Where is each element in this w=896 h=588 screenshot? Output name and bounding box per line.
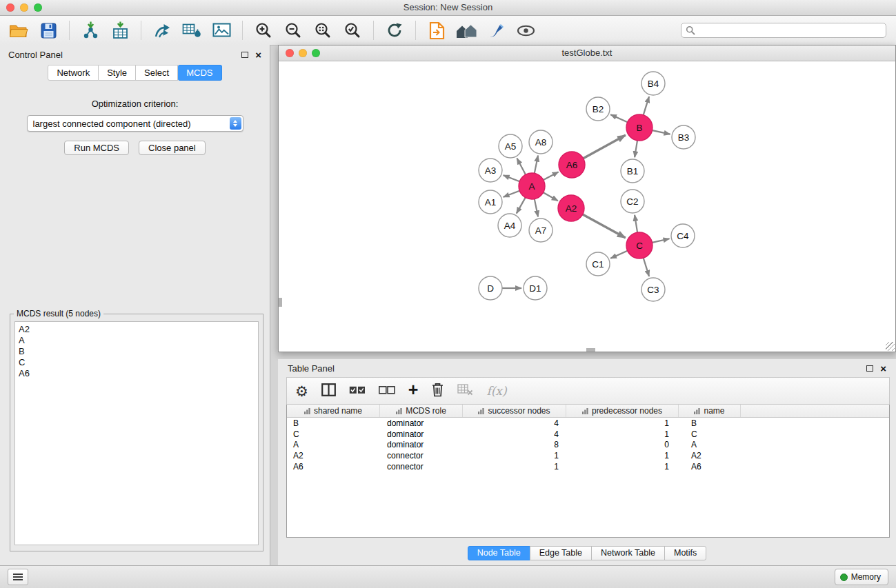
graph-node-C3[interactable]: C3 — [641, 278, 665, 301]
graph-node-C[interactable]: C — [626, 232, 653, 258]
export-network-button[interactable] — [150, 19, 174, 41]
network-close-button[interactable] — [286, 49, 294, 57]
graph-node-B1[interactable]: B1 — [621, 159, 644, 183]
graph-edge-C-C1[interactable] — [610, 251, 628, 258]
add-column-button[interactable]: + — [408, 381, 419, 398]
graph-node-C4[interactable]: C4 — [671, 224, 695, 247]
graph-edge-A-A6[interactable] — [544, 172, 559, 180]
graph-node-A5[interactable]: A5 — [499, 134, 522, 158]
column-header-predecessor-nodes[interactable]: predecessor nodes — [566, 405, 679, 417]
graph-node-A[interactable]: A — [519, 173, 545, 199]
tab-edge-table[interactable]: Edge Table — [530, 546, 592, 560]
delete-table-button-disabled[interactable] — [457, 384, 473, 398]
tab-network-table[interactable]: Network Table — [591, 546, 665, 560]
save-session-button[interactable] — [37, 19, 60, 41]
graph-edge-C-C2[interactable] — [635, 215, 637, 232]
mcds-result-item[interactable]: B — [15, 346, 258, 357]
graph-node-B2[interactable]: B2 — [586, 97, 610, 121]
graph-edge-A-A5[interactable] — [517, 159, 526, 175]
export-image-button[interactable] — [210, 19, 233, 41]
network-zoom-button[interactable] — [312, 49, 320, 57]
graph-node-C2[interactable]: C2 — [621, 190, 644, 213]
graph-node-A4[interactable]: A4 — [498, 214, 521, 237]
tab-node-table[interactable]: Node Table — [468, 546, 530, 560]
show-columns-button[interactable] — [321, 383, 336, 399]
graph-edge-A-A7[interactable] — [535, 199, 538, 217]
graph-edge-C-C4[interactable] — [653, 239, 670, 243]
search-field[interactable] — [681, 23, 886, 38]
first-neighbors-button[interactable] — [425, 19, 448, 41]
open-session-button[interactable] — [7, 19, 30, 41]
network-canvas[interactable]: B4B2BB3A8A5A6A3B1AC2A1A2A4A7C4CC1C3DD1 — [279, 61, 895, 352]
close-panel-button[interactable]: Close panel — [139, 141, 206, 155]
network-minimize-button[interactable] — [299, 49, 307, 57]
graph-edge-A6-B[interactable] — [584, 135, 626, 159]
tab-select[interactable]: Select — [136, 65, 178, 81]
graph-node-C1[interactable]: C1 — [586, 252, 610, 276]
table-row[interactable]: Adominator80A — [287, 440, 889, 451]
function-builder-button-disabled[interactable]: f(x) — [486, 384, 506, 398]
delete-column-button[interactable] — [431, 382, 444, 400]
graph-edge-A-A2[interactable] — [544, 192, 558, 201]
export-table-button[interactable] — [180, 19, 203, 41]
table-settings-button[interactable]: ⚙ — [295, 384, 308, 398]
task-history-button[interactable] — [8, 569, 28, 585]
column-header-MCDS-role[interactable]: MCDS role — [380, 405, 463, 417]
graph-edge-B-B3[interactable] — [653, 130, 670, 134]
select-all-columns-button[interactable] — [349, 385, 366, 397]
mcds-result-item[interactable]: A — [15, 335, 258, 346]
graph-node-B[interactable]: B — [626, 114, 653, 141]
float-panel-button[interactable] — [241, 50, 248, 60]
criterion-dropdown[interactable]: largest connected component (directed) — [27, 115, 243, 132]
graph-node-A6[interactable]: A6 — [559, 152, 585, 178]
mcds-result-item[interactable]: C — [15, 357, 258, 368]
resize-grip-icon[interactable] — [886, 342, 895, 351]
home-button[interactable] — [455, 19, 478, 41]
mcds-result-item[interactable]: A2 — [15, 324, 258, 335]
graph-edge-B-B1[interactable] — [635, 141, 637, 157]
graph-node-D1[interactable]: D1 — [524, 276, 547, 300]
column-header-successor-nodes[interactable]: successor nodes — [463, 405, 566, 417]
unselect-all-columns-button[interactable] — [379, 385, 395, 397]
graph-edge-A-A8[interactable] — [535, 156, 538, 174]
close-table-panel-icon[interactable]: × — [880, 363, 886, 374]
network-window-titlebar[interactable]: testGlobe.txt — [279, 45, 895, 61]
graph-node-A1[interactable]: A1 — [479, 190, 502, 214]
mcds-result-item[interactable]: A6 — [15, 368, 258, 379]
graph-edge-A-A3[interactable] — [504, 175, 520, 181]
zoom-out-button[interactable] — [281, 19, 305, 41]
graph-node-A8[interactable]: A8 — [529, 130, 552, 154]
toggle-graphics-button[interactable] — [514, 19, 537, 41]
search-input[interactable] — [681, 23, 886, 38]
graph-edge-B-B4[interactable] — [644, 97, 649, 115]
tab-mcds[interactable]: MCDS — [178, 65, 221, 81]
run-mcds-button[interactable]: Run MCDS — [64, 141, 129, 155]
table-row[interactable]: A6connector11A6 — [287, 461, 889, 472]
graph-edge-A2-C[interactable] — [583, 214, 626, 238]
import-network-button[interactable] — [79, 19, 102, 41]
graph-node-B3[interactable]: B3 — [672, 125, 695, 149]
table-row[interactable]: A2connector11A2 — [287, 450, 889, 461]
zoom-fit-button[interactable] — [311, 19, 335, 41]
tab-network[interactable]: Network — [48, 65, 99, 81]
float-table-panel-button[interactable] — [866, 363, 873, 374]
graph-node-D[interactable]: D — [479, 276, 502, 300]
column-header-shared-name[interactable]: shared name — [287, 405, 380, 417]
graph-edge-B-B2[interactable] — [610, 114, 628, 122]
zoom-in-button[interactable] — [252, 19, 275, 41]
graph-edge-C-C3[interactable] — [644, 258, 649, 276]
table-row[interactable]: Cdominator41C — [287, 429, 889, 440]
zoom-selected-button[interactable] — [341, 19, 364, 41]
apply-layout-button[interactable] — [383, 19, 406, 41]
import-table-button[interactable] — [108, 19, 132, 41]
graph-edge-A-A4[interactable] — [517, 198, 526, 214]
memory-button[interactable]: Memory — [835, 569, 888, 585]
tab-style[interactable]: Style — [99, 65, 136, 81]
graph-node-A3[interactable]: A3 — [479, 159, 502, 182]
graph-edge-A-A1[interactable] — [504, 191, 520, 197]
tab-motifs[interactable]: Motifs — [664, 546, 706, 560]
close-panel-icon[interactable]: × — [255, 50, 261, 60]
annotation-button[interactable] — [484, 19, 508, 41]
graph-node-B4[interactable]: B4 — [641, 72, 665, 95]
graph-node-A2[interactable]: A2 — [558, 195, 584, 221]
